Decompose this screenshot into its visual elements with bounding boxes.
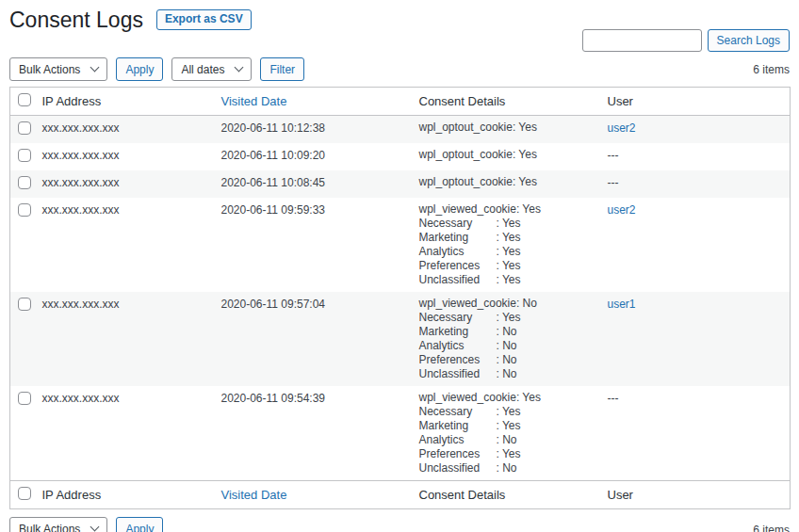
consent-details-cell: wpl_optout_cookie: Yes [419,143,608,170]
consent-detail-label: Unclassified [419,461,497,476]
consent-detail-label: Analytics [419,245,497,259]
consent-details-cell: wpl_viewed_cookie: YesNecessary: YesMark… [419,386,608,481]
bottom-toolbar-actions: Bulk Actions Apply [9,517,163,532]
table-row: xxx.xxx.xxx.xxx 2020-06-11 10:12:38 wpl_… [10,116,791,144]
consent-detail-label: Analytics [419,433,497,447]
row-checkbox[interactable] [18,203,31,217]
consent-detail-label: wpl_viewed_cookie [419,297,516,311]
consent-detail-label: wpl_optout_cookie [419,148,513,162]
consent-detail-value: : Yes [513,148,537,161]
consent-detail-label: Preferences [419,447,497,461]
consent-detail-value: : Yes [497,311,521,324]
consent-detail-value: : Yes [516,202,541,216]
column-header-ip-address: IP Address [42,88,221,116]
user-link[interactable]: user1 [608,298,636,311]
select-all-checkbox[interactable] [18,93,31,106]
chevron-down-icon [235,63,244,73]
page-title: Consent Logs [9,8,143,32]
consent-detail-line: Preferences: No [419,353,598,367]
column-footer-visited-date[interactable]: Visited Date [221,488,287,502]
ip-address-cell: xxx.xxx.xxx.xxx [42,170,221,198]
consent-detail-line: Analytics: No [419,339,598,353]
consent-detail-line: Necessary: Yes [419,405,598,419]
dates-filter-select[interactable]: All dates [171,57,252,81]
user-cell: --- [608,386,791,481]
consent-detail-label: Unclassified [419,367,497,381]
export-csv-button[interactable]: Export as CSV [156,9,252,30]
user-cell: --- [608,143,791,170]
consent-detail-line: wpl_optout_cookie: Yes [419,121,598,135]
filter-button[interactable]: Filter [260,57,304,81]
consent-detail-line: wpl_optout_cookie: Yes [419,148,598,162]
visited-date-cell: 2020-06-11 09:54:39 [221,386,419,481]
search-input[interactable] [582,29,702,52]
apply-button-top[interactable]: Apply [116,57,163,81]
consent-detail-label: Unclassified [419,273,497,287]
consent-detail-line: wpl_viewed_cookie: No [419,297,598,311]
consent-detail-line: wpl_viewed_cookie: Yes [419,202,598,217]
consent-detail-value: : No [497,325,517,338]
bulk-actions-select[interactable]: Bulk Actions [9,57,107,81]
apply-button-bottom[interactable]: Apply [116,517,163,532]
consent-detail-label: wpl_optout_cookie [419,175,513,189]
chevron-down-icon [90,63,100,73]
select-all-checkbox-footer[interactable] [18,487,31,500]
column-header-user: User [608,88,791,116]
consent-detail-label: wpl_optout_cookie [419,121,513,135]
visited-date-cell: 2020-06-11 09:59:33 [221,198,419,292]
consent-detail-line: wpl_viewed_cookie: Yes [419,391,598,405]
consent-detail-value: : Yes [497,419,521,432]
consent-detail-label: Preferences [419,259,497,273]
consent-detail-value: : Yes [497,447,521,460]
consent-logs-page: Consent Logs Export as CSV Search Logs B… [0,0,799,532]
items-count-top: 6 items [753,63,790,81]
consent-detail-label: Necessary [419,311,497,325]
consent-detail-value: : Yes [513,121,537,134]
table-body: xxx.xxx.xxx.xxx 2020-06-11 10:12:38 wpl_… [10,116,791,481]
consent-detail-line: Marketing: Yes [419,231,598,245]
consent-detail-line: Analytics: No [419,433,598,447]
consent-details-cell: wpl_viewed_cookie: NoNecessary: YesMarke… [419,292,608,386]
column-footer-user: User [608,481,791,509]
consent-detail-value: : No [497,353,517,366]
consent-detail-label: Marketing [419,231,497,245]
consent-detail-label: Marketing [419,325,497,339]
user-link[interactable]: user2 [608,121,636,135]
row-checkbox[interactable] [18,176,31,189]
column-footer-consent-details: Consent Details [419,481,608,509]
table-header-row: IP Address Visited Date Consent Details … [10,88,791,116]
column-header-consent-details: Consent Details [419,88,608,116]
consent-detail-value: : Yes [497,405,521,418]
search-box: Search Logs [582,29,790,52]
consent-detail-label: Marketing [419,419,497,433]
top-toolbar-actions: Bulk Actions Apply All dates Filter [9,57,304,81]
column-header-visited-date[interactable]: Visited Date [221,94,287,108]
consent-detail-label: wpl_viewed_cookie [419,202,516,217]
consent-detail-label: Analytics [419,339,497,353]
consent-detail-value: : No [516,297,537,310]
search-logs-button[interactable]: Search Logs [708,29,790,52]
user-link[interactable]: user2 [608,203,636,217]
table-footer: IP Address Visited Date Consent Details … [10,481,791,509]
consent-detail-line: Unclassified: No [419,461,598,476]
bulk-actions-select-label: Bulk Actions [19,63,80,76]
consent-detail-line: Analytics: Yes [419,245,598,259]
consent-detail-value: : Yes [497,231,521,244]
row-checkbox[interactable] [18,392,31,405]
visited-date-cell: 2020-06-11 09:57:04 [221,292,419,386]
consent-detail-value: : Yes [516,391,541,404]
ip-address-cell: xxx.xxx.xxx.xxx [42,198,221,292]
bulk-actions-select-bottom[interactable]: Bulk Actions [9,517,107,532]
visited-date-cell: 2020-06-11 10:09:20 [221,143,419,170]
consent-detail-line: Marketing: Yes [419,419,598,433]
consent-detail-value: : Yes [497,245,521,258]
consent-detail-line: Preferences: Yes [419,259,598,273]
user-cell: user2 [608,116,791,144]
row-checkbox[interactable] [18,121,31,135]
consent-detail-line: Marketing: No [419,325,598,339]
consent-detail-label: Necessary [419,405,497,419]
row-checkbox[interactable] [18,149,31,162]
consent-detail-line: Necessary: Yes [419,311,598,325]
consent-detail-label: Preferences [419,353,497,367]
row-checkbox[interactable] [18,298,31,311]
